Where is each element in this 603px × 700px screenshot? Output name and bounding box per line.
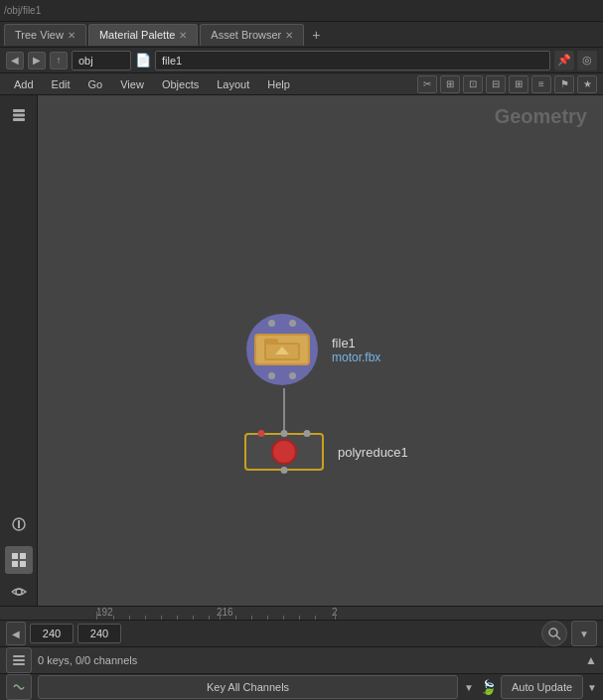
nav-back-icon: ◀ xyxy=(11,55,19,66)
channels-icon-left[interactable] xyxy=(6,647,32,673)
node-file1-dot-bottom-right xyxy=(289,372,296,379)
tabs-row: Tree View ✕ Material Palette ✕ Asset Bro… xyxy=(0,22,603,48)
frame-start-input[interactable]: 240 xyxy=(30,624,74,643)
tab-tree-view-close[interactable]: ✕ xyxy=(68,30,75,41)
svg-rect-2 xyxy=(13,118,25,121)
toolbar-scissors[interactable]: ✂ xyxy=(417,75,437,93)
tab-tree-view[interactable]: Tree View ✕ xyxy=(4,24,86,46)
poly-dot-bottom xyxy=(281,467,288,474)
camera-button[interactable]: ◎ xyxy=(577,51,597,70)
auto-update-button[interactable]: Auto Update xyxy=(501,675,583,699)
menu-bar: Add Edit Go View Objects Layout Help ✂ ⊞… xyxy=(0,73,603,95)
svg-rect-6 xyxy=(12,553,18,559)
node-file1-name: file1 xyxy=(332,336,380,350)
auto-update-dropdown-arrow[interactable]: ▼ xyxy=(587,682,597,693)
timeline-left-arrow[interactable]: ◀ xyxy=(6,622,26,645)
poly-dot-mid xyxy=(281,430,288,437)
node-file1-icon xyxy=(246,314,318,385)
path-file-input[interactable] xyxy=(155,51,550,70)
tab-material-palette-close[interactable]: ✕ xyxy=(179,30,187,41)
svg-rect-0 xyxy=(13,109,25,112)
svg-line-16 xyxy=(556,635,560,639)
node-file1-dot-top-left xyxy=(268,320,275,327)
key-all-channels-button[interactable]: Key All Channels xyxy=(38,675,458,699)
channels-bar-top: 0 keys, 0/0 channels ▲ xyxy=(0,647,603,674)
top-bar: /obj/file1 xyxy=(0,0,603,22)
menu-add[interactable]: Add xyxy=(6,76,42,92)
channels-bar-bottom: Key All Channels ▼ 🍃 Auto Update ▼ xyxy=(0,674,603,700)
nav-up-button[interactable]: ↑ xyxy=(50,52,68,70)
top-bar-path: /obj/file1 xyxy=(4,5,41,16)
node-polyreduce1[interactable]: polyreduce1 xyxy=(244,433,408,471)
path-obj-input[interactable] xyxy=(72,51,131,70)
menu-view[interactable]: View xyxy=(112,76,152,92)
tab-tree-view-label: Tree View xyxy=(15,29,64,41)
tab-asset-browser[interactable]: Asset Browser ✕ xyxy=(200,24,304,46)
sidebar-icon-grid[interactable] xyxy=(5,546,33,574)
menu-layout[interactable]: Layout xyxy=(209,76,257,92)
svg-rect-18 xyxy=(13,659,25,661)
svg-rect-17 xyxy=(13,655,25,657)
nav-back-button[interactable]: ◀ xyxy=(6,52,24,70)
sidebar-icon-info[interactable] xyxy=(5,510,33,538)
channels-arrow-up[interactable]: ▲ xyxy=(585,653,597,667)
nav-up-icon: ↑ xyxy=(57,55,62,66)
node-file1-dot-top-right xyxy=(289,320,296,327)
toolbar-grid5[interactable]: ≡ xyxy=(531,75,551,93)
path-bar: ◀ ▶ ↑ 📄 📌 ◎ xyxy=(0,48,603,73)
toolbar-flag[interactable]: ⚑ xyxy=(554,75,574,93)
playback-options-button[interactable]: ▼ xyxy=(571,621,597,646)
sidebar-icon-layers[interactable] xyxy=(5,101,33,129)
node-poly-box xyxy=(244,433,324,471)
svg-rect-5 xyxy=(18,520,20,522)
timeline-ruler[interactable]: 192 216 2 xyxy=(0,607,603,621)
ruler-tick-216 xyxy=(220,612,221,620)
toolbar-grid3[interactable]: ⊟ xyxy=(486,75,506,93)
node-file1-label: file1 motor.fbx xyxy=(332,336,380,364)
ruler-tick-sm-12 xyxy=(299,616,300,620)
menu-edit[interactable]: Edit xyxy=(44,76,78,92)
ruler-tick-sm-7 xyxy=(209,616,210,620)
toolbar-grid2[interactable]: ⊡ xyxy=(463,75,483,93)
node-file1-inner xyxy=(254,334,310,365)
tab-asset-browser-close[interactable]: ✕ xyxy=(285,30,293,41)
channels-dropdown-arrow[interactable]: ▼ xyxy=(464,682,474,693)
node-file1-dot-bottom-left xyxy=(268,372,275,379)
svg-rect-9 xyxy=(20,561,26,567)
svg-point-15 xyxy=(549,629,557,636)
toolbar-star[interactable]: ★ xyxy=(577,75,597,93)
toolbar-icons: ✂ ⊞ ⊡ ⊟ ⊞ ≡ ⚑ ★ xyxy=(417,75,597,93)
menu-go[interactable]: Go xyxy=(80,76,111,92)
sidebar-icon-eye[interactable] xyxy=(5,578,33,606)
pin-button[interactable]: 📌 xyxy=(554,51,574,70)
ruler-tick-sm-8 xyxy=(235,616,236,620)
channels-icon-right[interactable] xyxy=(6,674,32,700)
poly-dot-right xyxy=(304,430,311,437)
main-area: Geometry xyxy=(0,95,603,606)
toolbar-grid1[interactable]: ⊞ xyxy=(440,75,460,93)
tab-asset-browser-label: Asset Browser xyxy=(211,29,281,41)
ruler-tick-2 xyxy=(335,612,336,620)
tab-add-button[interactable]: + xyxy=(306,25,326,45)
left-sidebar xyxy=(0,95,38,606)
tab-material-palette[interactable]: Material Palette ✕ xyxy=(88,24,198,46)
svg-rect-4 xyxy=(18,522,20,528)
leaf-icon: 🍃 xyxy=(480,679,497,695)
node-file1[interactable]: file1 motor.fbx xyxy=(246,314,380,385)
svg-rect-19 xyxy=(13,663,25,665)
file-node-icon: 📄 xyxy=(135,53,151,68)
viewport[interactable]: Geometry xyxy=(38,95,603,606)
channels-keys-info: 0 keys, 0/0 channels xyxy=(38,654,579,666)
nav-forward-icon: ▶ xyxy=(33,55,41,66)
ruler-tick-sm-3 xyxy=(145,616,146,620)
menu-help[interactable]: Help xyxy=(259,76,298,92)
nav-forward-button[interactable]: ▶ xyxy=(28,52,46,70)
poly-inner-sphere xyxy=(271,439,297,465)
node-file1-subname: motor.fbx xyxy=(332,350,380,364)
ruler-tick-192 xyxy=(96,612,97,620)
frame-end-input[interactable]: 240 xyxy=(77,624,121,643)
menu-objects[interactable]: Objects xyxy=(154,76,207,92)
toolbar-grid4[interactable]: ⊞ xyxy=(509,75,528,93)
ruler-tick-sm-1 xyxy=(113,616,114,620)
zoom-button[interactable] xyxy=(541,621,567,646)
